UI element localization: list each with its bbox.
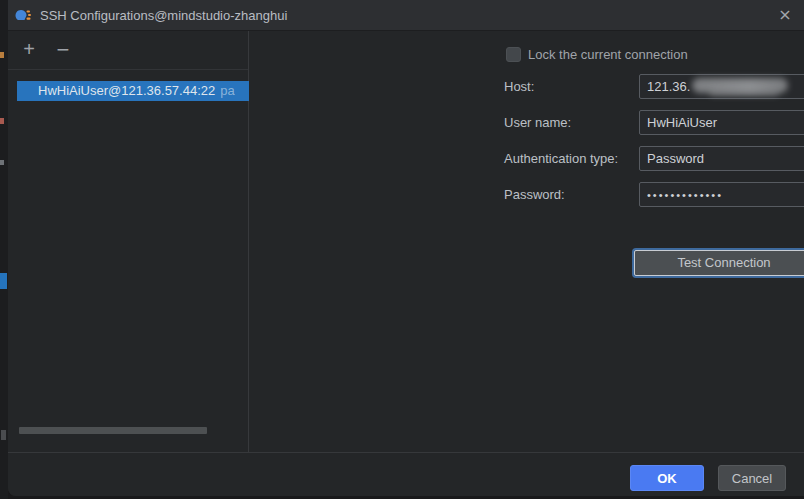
dialog-title: SSH Configurations@mindstudio-zhanghui [40,8,287,23]
screen: { "window": { "title": "SSH Configuratio… [0,0,804,499]
host-field-wrap [639,74,804,99]
mindstudio-app-icon [15,7,32,24]
background-selection-sliver [0,273,7,289]
dialog-footer: OK Cancel [8,452,804,496]
username-input[interactable] [639,110,804,135]
add-configuration-button[interactable]: + [16,37,42,63]
username-label: User name: [504,110,571,135]
auth-type-label: Authentication type: [504,146,618,171]
close-icon[interactable]: × [772,3,798,27]
password-label: Password: [504,182,565,207]
horizontal-scrollbar[interactable] [19,427,207,434]
ssh-configurations-dialog: SSH Configurations@mindstudio-zhanghui ×… [8,0,804,496]
dialog-titlebar[interactable]: SSH Configurations@mindstudio-zhanghui × [8,0,804,31]
auth-type-select[interactable]: Password [639,146,804,171]
ssh-config-list-item-selected[interactable]: HwHiAiUser@121.36.57.44:22pa [17,81,249,101]
ssh-config-form: Lock the current connection Host: Port: … [249,31,804,452]
background-glyph [0,52,4,58]
auth-type-value: Password [647,151,704,166]
password-input[interactable] [639,182,804,207]
cancel-button[interactable]: Cancel [718,465,786,491]
lock-connection-label: Lock the current connection [528,47,688,63]
host-label: Host: [504,74,534,99]
lock-connection-checkbox[interactable] [506,47,521,62]
test-connection-button[interactable]: Test Connection [634,250,804,276]
sidebar-toolbar: + − [8,31,248,70]
background-glyph [0,118,4,124]
ok-button[interactable]: OK [630,465,704,491]
remove-configuration-button[interactable]: − [50,37,76,63]
list-item-label: HwHiAiUser@121.36.57.44:22 [38,83,215,98]
configurations-sidebar: + − HwHiAiUser@121.36.57.44:22pa [8,31,249,452]
background-window-edge [0,0,8,499]
background-glyph [1,430,6,440]
background-glyph [0,160,4,165]
list-item-auth-suffix: pa [220,83,234,98]
host-input[interactable] [639,74,804,99]
